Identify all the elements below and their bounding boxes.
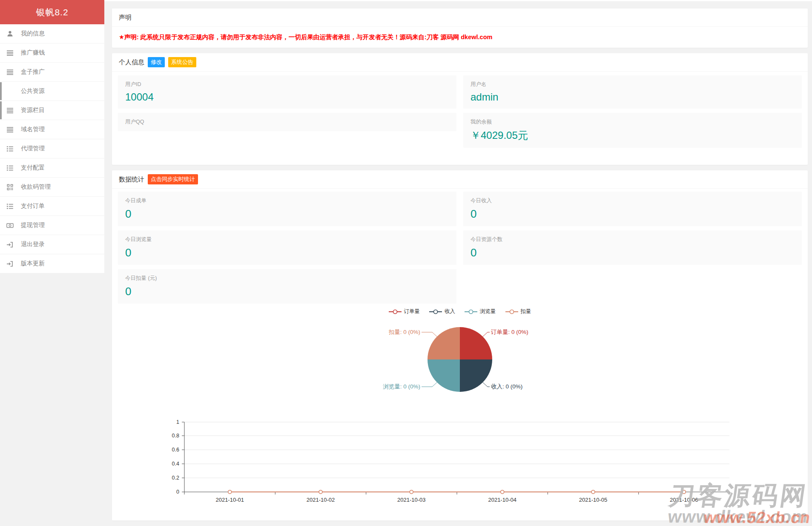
legend-marker	[505, 309, 518, 314]
sidebar-item-withdraw-mgmt[interactable]: 提现管理	[0, 216, 104, 235]
profile-panel: 个人信息 修改 系统公告 用户ID 10004 用户名 admin 用户QQ	[112, 53, 808, 165]
sidebar-menu: 我的信息 推广赚钱 盒子推广 公共资源 资源栏目 域名管理	[0, 24, 104, 273]
sidebar-item-version-update[interactable]: 版本更新	[0, 254, 104, 273]
field-username: 用户名 admin	[463, 75, 802, 109]
pie-label-orders: 订单量: 0 (0%)	[491, 329, 528, 335]
profile-panel-header: 个人信息 修改 系统公告	[112, 53, 808, 72]
sidebar-item-logout[interactable]: 退出登录	[0, 235, 104, 254]
sidebar-item-agent-mgmt[interactable]: 代理管理	[0, 139, 104, 158]
legend-marker	[465, 309, 477, 314]
stat-today-deduction: 今日扣量 (元) 0	[118, 269, 456, 304]
sync-stats-button[interactable]: 点击同步实时统计	[148, 174, 198, 184]
align-justify-icon	[6, 107, 14, 114]
pie-leader-views	[422, 382, 437, 387]
edit-button[interactable]: 修改	[148, 57, 165, 67]
line-chart: 0 0.2 0.4 0.6 0.8 1	[118, 419, 802, 510]
y-tick-label: 0	[176, 489, 179, 495]
y-tick-label: 0.8	[172, 433, 179, 439]
pie-leader-income	[483, 382, 490, 387]
list-ul-icon	[6, 145, 14, 152]
stat-today-views: 今日浏览量 0	[118, 230, 456, 265]
pie-slice-orders	[460, 327, 492, 359]
sidebar-item-domain-mgmt[interactable]: 域名管理	[0, 120, 104, 139]
sidebar-item-resource-columns[interactable]: 资源栏目	[0, 101, 104, 120]
legend-item-orders[interactable]: 订单量	[389, 308, 420, 315]
money-icon	[6, 222, 14, 229]
stats-panel-header: 数据统计 点击同步实时统计	[112, 170, 808, 189]
stat-today-income: 今日收入 0	[463, 192, 802, 226]
y-tick-label: 0.4	[172, 461, 179, 467]
y-tick-label: 0.2	[172, 475, 179, 481]
sidebar-item-public-resources[interactable]: 公共资源	[0, 82, 104, 101]
sidebar-item-payment-orders[interactable]: 支付订单	[0, 197, 104, 216]
sidebar-item-my-info[interactable]: 我的信息	[0, 24, 104, 43]
x-tick-label: 2021-10-03	[397, 497, 426, 503]
x-tick-label: 2021-10-01	[215, 497, 244, 503]
no-icon	[6, 88, 14, 95]
main-area: 声明 ★声明: 此系统只限于发布正规内容，请勿用于发布非法内容，一切后果由运营者…	[104, 0, 812, 526]
profile-fields: 用户ID 10004 用户名 admin 用户QQ 我的余额 ￥4029.05元	[112, 72, 808, 165]
field-user-qq: 用户QQ	[118, 113, 456, 131]
qrcode-icon	[6, 184, 14, 191]
notice-body: ★声明: 此系统只限于发布正规内容，请勿用于发布非法内容，一切后果由运营者承担，…	[112, 27, 808, 48]
stats-cards: 今日成单 0 今日收入 0 今日浏览量 0 今日资源个数	[118, 192, 802, 304]
align-justify-icon	[6, 126, 14, 133]
pie-label-deduction: 扣量: 0 (0%)	[389, 329, 420, 335]
align-justify-icon	[6, 69, 14, 76]
x-tick-label: 2021-10-02	[307, 497, 335, 503]
legend-item-views[interactable]: 浏览量	[465, 308, 496, 315]
user-icon	[6, 30, 14, 37]
pie-leader-orders	[483, 332, 490, 336]
list-ul-icon	[6, 164, 14, 172]
sign-in-icon	[6, 241, 14, 248]
stats-panel-title: 数据统计	[119, 175, 144, 184]
notice-panel-title: 声明	[112, 9, 808, 27]
x-tick-label: 2021-10-06	[670, 497, 698, 503]
sidebar-item-qrcode-mgmt[interactable]: 收款码管理	[0, 178, 104, 197]
pie-slice-income	[460, 359, 492, 392]
sidebar-item-payment-config[interactable]: 支付配置	[0, 158, 104, 178]
stats-panel: 数据统计 点击同步实时统计 今日成单 0 今日收入 0	[112, 170, 808, 520]
stats-body: 今日成单 0 今日收入 0 今日浏览量 0 今日资源个数	[112, 189, 808, 520]
sidebar: 银帆8.2 我的信息 推广赚钱 盒子推广 公共资源 资源栏目	[0, 0, 104, 526]
pie-slice-deduction	[428, 327, 460, 359]
legend-marker	[429, 309, 442, 314]
y-tick-label: 0.6	[172, 447, 179, 453]
app-title: 银帆8.2	[0, 0, 104, 24]
notice-panel: 声明 ★声明: 此系统只限于发布正规内容，请勿用于发布非法内容，一切后果由运营者…	[112, 9, 808, 48]
align-justify-icon	[6, 49, 14, 57]
sidebar-item-box-promo[interactable]: 盒子推广	[0, 63, 104, 82]
system-announcement-button[interactable]: 系统公告	[168, 57, 196, 67]
sidebar-item-promo-earn[interactable]: 推广赚钱	[0, 43, 104, 63]
content: 声明 ★声明: 此系统只限于发布正规内容，请勿用于发布非法内容，一切后果由运营者…	[104, 2, 812, 526]
legend-item-income[interactable]: 收入	[429, 308, 455, 315]
stat-today-orders: 今日成单 0	[118, 192, 456, 226]
page: 银帆8.2 我的信息 推广赚钱 盒子推广 公共资源 资源栏目	[0, 0, 812, 526]
pie-label-views: 浏览量: 0 (0%)	[383, 383, 420, 390]
pie-slice-views	[428, 359, 460, 392]
stat-today-resources: 今日资源个数 0	[463, 230, 802, 265]
profile-panel-title: 个人信息	[119, 58, 144, 66]
chart-legend: 订单量 收入	[118, 308, 802, 315]
list-ul-icon	[6, 203, 14, 210]
notice-text: ★声明: 此系统只限于发布正规内容，请勿用于发布非法内容，一切后果由运营者承担，…	[119, 34, 492, 40]
field-balance: 我的余额 ￥4029.05元	[463, 113, 802, 148]
pie-chart: 扣量: 0 (0%) 订单量: 0 (0%) 浏览量: 0 (0%) 收入: 0…	[118, 326, 802, 398]
x-tick-label: 2021-10-04	[488, 497, 516, 503]
field-user-id: 用户ID 10004	[118, 75, 456, 109]
pie-label-income: 收入: 0 (0%)	[491, 383, 522, 390]
legend-marker	[389, 309, 402, 314]
legend-item-deduction[interactable]: 扣量	[505, 308, 531, 315]
y-tick-label: 1	[176, 419, 179, 425]
x-tick-label: 2021-10-05	[579, 497, 608, 503]
pie-leader-deduction	[422, 332, 437, 336]
sign-in-icon	[6, 260, 14, 267]
